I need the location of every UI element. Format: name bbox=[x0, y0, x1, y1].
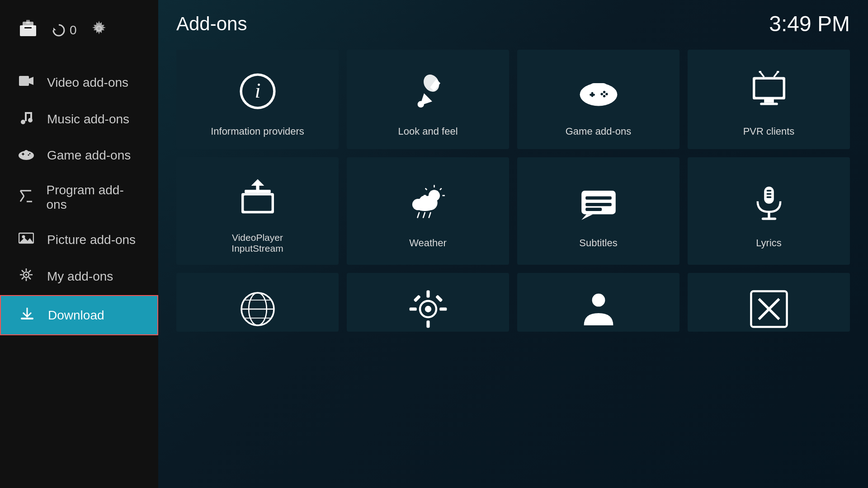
svg-marker-7 bbox=[29, 77, 33, 85]
svg-rect-87 bbox=[761, 217, 776, 220]
svg-point-101 bbox=[592, 294, 605, 307]
partial-icon-2 bbox=[408, 286, 448, 332]
picture-icon bbox=[18, 232, 34, 248]
svg-rect-16 bbox=[23, 153, 24, 155]
look-feel-icon bbox=[408, 64, 448, 118]
grid-item-lyrics[interactable]: Lyrics bbox=[688, 157, 850, 265]
svg-rect-81 bbox=[585, 208, 602, 211]
svg-rect-83 bbox=[766, 190, 771, 192]
svg-line-33 bbox=[29, 277, 31, 280]
weather-icon bbox=[408, 176, 448, 230]
update-counter[interactable]: 0 bbox=[52, 23, 77, 38]
sidebar-item-program[interactable]: Program add-ons bbox=[0, 173, 158, 222]
svg-rect-79 bbox=[585, 197, 612, 200]
svg-line-20 bbox=[20, 196, 24, 202]
music-addons-label: Music add-ons bbox=[47, 112, 129, 127]
svg-rect-100 bbox=[435, 295, 443, 302]
svg-point-46 bbox=[603, 91, 605, 93]
svg-rect-3 bbox=[24, 27, 32, 28]
svg-text:i: i bbox=[255, 79, 260, 102]
sidebar: 0 Video add-ons bbox=[0, 0, 158, 488]
svg-point-49 bbox=[603, 95, 605, 97]
svg-line-75 bbox=[423, 213, 425, 218]
subtitles-icon bbox=[578, 176, 619, 230]
sidebar-item-my[interactable]: My add-ons bbox=[0, 258, 158, 295]
weather-label: Weather bbox=[409, 237, 447, 249]
svg-rect-12 bbox=[30, 113, 32, 121]
grid-item-weather[interactable]: Weather bbox=[347, 157, 509, 265]
sidebar-item-download[interactable]: Download bbox=[0, 295, 158, 335]
svg-rect-96 bbox=[426, 320, 429, 328]
svg-line-69 bbox=[425, 188, 427, 190]
svg-rect-6 bbox=[19, 76, 29, 86]
svg-rect-53 bbox=[760, 103, 778, 105]
program-icon bbox=[18, 189, 34, 206]
svg-rect-82 bbox=[764, 187, 774, 204]
svg-point-94 bbox=[425, 306, 431, 312]
svg-point-41 bbox=[417, 101, 424, 108]
videoplayer-icon bbox=[237, 171, 278, 225]
sidebar-item-picture[interactable]: Picture add-ons bbox=[0, 222, 158, 258]
clock: 3:49 PM bbox=[769, 11, 850, 36]
look-feel-label: Look and feel bbox=[398, 126, 458, 137]
info-providers-icon: i bbox=[237, 64, 278, 118]
svg-rect-14 bbox=[24, 150, 28, 154]
sidebar-item-game[interactable]: Game add-ons bbox=[0, 138, 158, 173]
svg-rect-99 bbox=[413, 295, 421, 302]
partial-icon-3 bbox=[578, 286, 619, 332]
svg-marker-61 bbox=[251, 179, 264, 186]
svg-rect-98 bbox=[439, 307, 447, 310]
sidebar-header: 0 bbox=[0, 14, 158, 56]
svg-rect-62 bbox=[245, 190, 271, 193]
gamepad-icon-sidebar bbox=[18, 148, 34, 163]
grid-item-partial-3[interactable] bbox=[517, 273, 679, 332]
svg-line-32 bbox=[22, 270, 24, 272]
grid-item-videoplayer-inputstream[interactable]: VideoPlayer InputStream bbox=[176, 157, 339, 265]
my-addons-icon bbox=[18, 267, 34, 285]
svg-rect-85 bbox=[766, 197, 771, 198]
svg-line-35 bbox=[22, 277, 24, 280]
svg-rect-59 bbox=[244, 196, 271, 211]
svg-rect-2 bbox=[26, 20, 30, 23]
sidebar-item-music[interactable]: Music add-ons bbox=[0, 100, 158, 138]
video-icon bbox=[18, 75, 34, 90]
settings-icon[interactable] bbox=[90, 20, 108, 41]
game-addons-label: Game add-ons bbox=[47, 148, 131, 163]
svg-point-18 bbox=[28, 155, 29, 156]
lyrics-icon bbox=[749, 176, 789, 230]
svg-point-17 bbox=[29, 153, 31, 155]
svg-line-68 bbox=[440, 188, 442, 190]
svg-rect-84 bbox=[766, 193, 771, 195]
subtitles-label: Subtitles bbox=[579, 237, 617, 249]
partial-icon-4 bbox=[749, 286, 789, 332]
top-bar: Add-ons 3:49 PM bbox=[176, 0, 850, 45]
videoplayer-label: VideoPlayer InputStream bbox=[231, 232, 283, 254]
svg-rect-51 bbox=[755, 80, 783, 97]
grid-item-info-providers[interactable]: i Information providers bbox=[176, 50, 339, 149]
grid-item-look-feel[interactable]: Look and feel bbox=[347, 50, 509, 149]
svg-marker-4 bbox=[53, 28, 56, 30]
svg-marker-25 bbox=[19, 238, 33, 243]
svg-point-47 bbox=[605, 93, 608, 95]
lyrics-label: Lyrics bbox=[756, 237, 782, 249]
download-icon bbox=[19, 306, 35, 324]
svg-marker-78 bbox=[581, 214, 593, 220]
info-providers-label: Information providers bbox=[211, 126, 304, 137]
my-addons-label: My add-ons bbox=[47, 269, 113, 284]
grid-item-partial-1[interactable] bbox=[176, 273, 339, 332]
grid-item-game-addons[interactable]: Game add-ons bbox=[517, 50, 679, 149]
partial-icon-1 bbox=[237, 286, 278, 332]
svg-point-73 bbox=[419, 196, 430, 207]
svg-rect-36 bbox=[21, 318, 33, 319]
grid-item-subtitles[interactable]: Subtitles bbox=[517, 157, 679, 265]
svg-rect-80 bbox=[585, 203, 612, 206]
program-addons-label: Program add-ons bbox=[47, 183, 140, 212]
grid-item-pvr-clients[interactable]: PVR clients bbox=[688, 50, 850, 149]
grid-item-partial-2[interactable] bbox=[347, 273, 509, 332]
video-addons-label: Video add-ons bbox=[47, 75, 128, 90]
pvr-clients-icon bbox=[749, 64, 789, 118]
grid-item-partial-4[interactable] bbox=[688, 273, 850, 332]
main-content: Add-ons 3:49 PM i Information providers bbox=[158, 0, 868, 488]
sidebar-item-video[interactable]: Video add-ons bbox=[0, 65, 158, 100]
sidebar-nav: Video add-ons Music add-ons bbox=[0, 65, 158, 335]
